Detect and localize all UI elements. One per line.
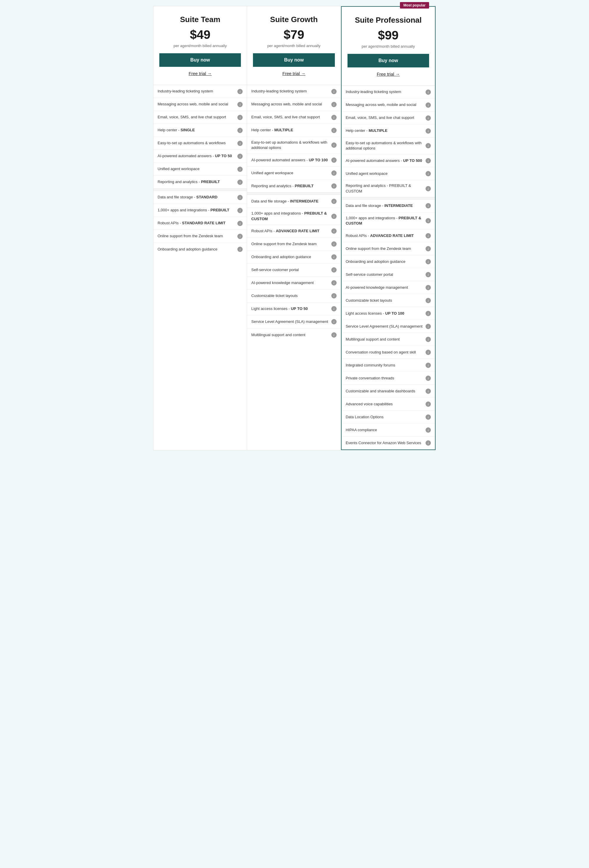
info-icon[interactable]: i <box>237 141 243 146</box>
info-icon[interactable]: i <box>331 229 337 234</box>
info-icon[interactable]: i <box>426 285 431 290</box>
feature-row: Email, voice, SMS, and live chat support… <box>247 111 340 124</box>
info-icon[interactable]: i <box>331 214 337 219</box>
info-icon[interactable]: i <box>331 319 337 324</box>
feature-text: Unified agent workspace <box>158 166 235 171</box>
buy-now-button[interactable]: Buy now <box>159 53 241 67</box>
info-icon[interactable]: i <box>331 158 337 163</box>
info-icon[interactable]: i <box>237 195 243 200</box>
info-icon[interactable]: i <box>237 167 243 172</box>
info-icon[interactable]: i <box>426 440 431 446</box>
info-icon[interactable]: i <box>426 324 431 329</box>
info-icon[interactable]: i <box>237 115 243 120</box>
feature-row: AI-powered automated answers - UP TO 50i <box>154 150 247 163</box>
feature-row: Online support from the Zendesk teami <box>247 238 340 251</box>
feature-row: Customizable and shareable dashboardsi <box>342 385 435 398</box>
buy-now-button[interactable]: Buy now <box>348 54 429 67</box>
feature-text: Robust APIs - ADVANCED RATE LIMIT <box>251 229 329 234</box>
info-icon[interactable]: i <box>426 158 431 163</box>
info-icon[interactable]: i <box>426 115 431 121</box>
feature-text: Messaging across web, mobile and social <box>158 102 235 107</box>
info-icon[interactable]: i <box>426 350 431 355</box>
feature-text: Customizable ticket layouts <box>251 293 329 298</box>
info-icon[interactable]: i <box>331 183 337 189</box>
feature-row: Unified agent workspacei <box>154 163 247 176</box>
info-icon[interactable]: i <box>426 186 431 191</box>
info-icon[interactable]: i <box>426 402 431 407</box>
section-divider <box>247 192 340 195</box>
feature-row: Easy-to-set up automations & workflows w… <box>342 137 435 154</box>
info-icon[interactable]: i <box>426 376 431 381</box>
buy-now-button[interactable]: Buy now <box>253 53 334 67</box>
free-trial-link[interactable]: Free trial → <box>348 71 429 80</box>
feature-text: AI-powered automated answers - UP TO 500 <box>346 158 423 163</box>
feature-row: AI-powered knowledge managementi <box>247 277 340 289</box>
info-icon[interactable]: i <box>426 427 431 433</box>
feature-row: Help center - SINGLEi <box>154 124 247 137</box>
feature-text: Industry-leading ticketing system <box>346 89 423 94</box>
info-icon[interactable]: i <box>426 143 431 148</box>
info-icon[interactable]: i <box>331 332 337 338</box>
info-icon[interactable]: i <box>426 388 431 394</box>
info-icon[interactable]: i <box>426 337 431 342</box>
free-trial-link[interactable]: Free trial → <box>253 71 334 79</box>
info-icon[interactable]: i <box>426 90 431 95</box>
info-icon[interactable]: i <box>237 89 243 94</box>
feature-text: Industry-leading ticketing system <box>158 89 235 94</box>
feature-text: 1,000+ apps and integrations - PREBUILT … <box>251 211 329 221</box>
feature-text: Self-service customer portal <box>346 272 423 277</box>
feature-text: Online support from the Zendesk team <box>251 241 329 247</box>
info-icon[interactable]: i <box>331 89 337 94</box>
info-icon[interactable]: i <box>426 272 431 277</box>
info-icon[interactable]: i <box>237 208 243 213</box>
info-icon[interactable]: i <box>237 180 243 185</box>
info-icon[interactable]: i <box>426 246 431 251</box>
feature-text: Robust APIs - STANDARD RATE LIMIT <box>158 220 235 226</box>
info-icon[interactable]: i <box>331 280 337 285</box>
info-icon[interactable]: i <box>426 415 431 420</box>
info-icon[interactable]: i <box>426 102 431 108</box>
info-icon[interactable]: i <box>426 171 431 176</box>
info-icon[interactable]: i <box>237 154 243 159</box>
feature-text: Help center - MULTIPLE <box>251 127 329 133</box>
feature-text: Onboarding and adoption guidance <box>158 247 235 252</box>
feature-text: HIPAA compliance <box>346 427 423 433</box>
info-icon[interactable]: i <box>426 259 431 264</box>
info-icon[interactable]: i <box>237 128 243 133</box>
info-icon[interactable]: i <box>426 298 431 303</box>
info-icon[interactable]: i <box>237 102 243 107</box>
info-icon[interactable]: i <box>426 218 431 223</box>
info-icon[interactable]: i <box>331 254 337 260</box>
feature-text: Industry-leading ticketing system <box>251 89 329 94</box>
info-icon[interactable]: i <box>331 115 337 120</box>
feature-row: Reporting and analytics - PREBUILTi <box>154 176 247 189</box>
info-icon[interactable]: i <box>331 199 337 204</box>
info-icon[interactable]: i <box>237 247 243 252</box>
info-icon[interactable]: i <box>237 234 243 239</box>
feature-row: AI-powered knowledge managementi <box>342 281 435 294</box>
feature-row: Light access licenses - UP TO 100i <box>342 307 435 320</box>
info-icon[interactable]: i <box>331 170 337 176</box>
info-icon[interactable]: i <box>331 267 337 273</box>
info-icon[interactable]: i <box>426 363 431 368</box>
feature-row: Light access licenses - UP TO 50i <box>247 303 340 316</box>
info-icon[interactable]: i <box>237 221 243 226</box>
feature-text: Advanced voice capabilities <box>346 402 423 407</box>
info-icon[interactable]: i <box>331 128 337 133</box>
info-icon[interactable]: i <box>331 241 337 247</box>
plan-billing: per agent/month billed annually <box>159 44 241 48</box>
info-icon[interactable]: i <box>331 102 337 107</box>
feature-row: Multilingual support and contenti <box>247 328 340 341</box>
free-trial-link[interactable]: Free trial → <box>159 71 241 79</box>
feature-text: Easy-to-set up automations & workflows w… <box>251 140 329 151</box>
feature-text: Service Level Agreement (SLA) management <box>346 324 423 329</box>
info-icon[interactable]: i <box>426 311 431 316</box>
feature-row: Email, voice, SMS, and live chat support… <box>154 111 247 124</box>
info-icon[interactable]: i <box>331 142 337 148</box>
info-icon[interactable]: i <box>426 233 431 238</box>
info-icon[interactable]: i <box>331 306 337 311</box>
info-icon[interactable]: i <box>426 203 431 208</box>
info-icon[interactable]: i <box>426 128 431 134</box>
info-icon[interactable]: i <box>331 293 337 298</box>
feature-row: Robust APIs - ADVANCED RATE LIMITi <box>247 225 340 238</box>
